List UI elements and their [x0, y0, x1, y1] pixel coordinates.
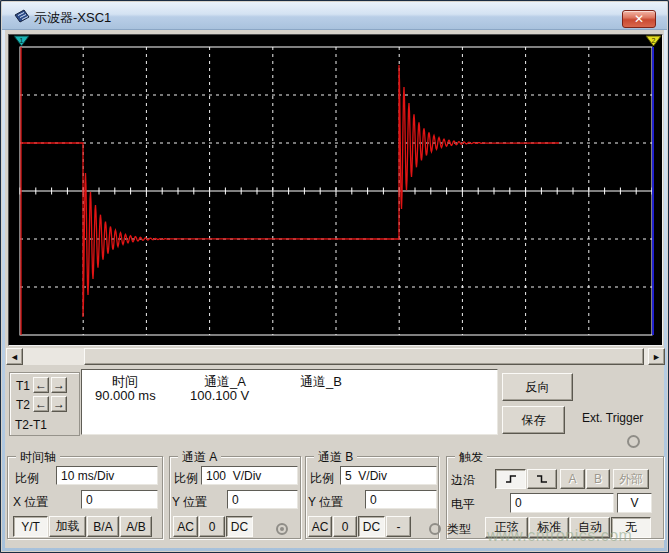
- trigger-a-button[interactable]: A: [560, 469, 585, 489]
- scroll-right-button[interactable]: ►: [648, 348, 665, 365]
- time-scrollbar[interactable]: ◄ ►: [6, 348, 665, 365]
- reverse-button[interactable]: 反向: [502, 373, 573, 401]
- save-button[interactable]: 保存: [502, 406, 565, 434]
- t2-t1-label: T2-T1: [15, 418, 47, 432]
- rising-edge-icon: [504, 473, 518, 485]
- svg-text:1: 1: [20, 37, 24, 44]
- trigger-type-label: 类型: [447, 521, 471, 538]
- t1-right-button[interactable]: →: [51, 377, 67, 393]
- timebase-ab-button[interactable]: A/B: [120, 516, 152, 537]
- trigger-level-input[interactable]: [510, 493, 614, 513]
- title-bar[interactable]: 示波器-XSC1 ✕: [2, 2, 667, 30]
- channel-b-ac-button[interactable]: AC: [308, 516, 332, 537]
- falling-edge-icon: [535, 473, 549, 485]
- trigger-rising-edge-button[interactable]: [495, 469, 526, 489]
- timebase-xpos-input[interactable]: [81, 490, 158, 509]
- window-title: 示波器-XSC1: [34, 9, 111, 27]
- t2-label: T2: [16, 398, 30, 412]
- channel-a-terminal[interactable]: [276, 523, 288, 535]
- channel-a-scale-label: 比例: [174, 470, 198, 487]
- scrollbar-thumb[interactable]: [84, 348, 644, 365]
- channel-b-terminal[interactable]: [429, 523, 441, 535]
- timebase-scale-input[interactable]: [56, 466, 158, 485]
- channel-a-ac-button[interactable]: AC: [173, 516, 198, 537]
- trigger-edge-label: 边沿: [451, 472, 475, 489]
- trigger-title: 触发: [455, 449, 487, 466]
- instrument-icon: [12, 8, 31, 29]
- trigger-type-none-button[interactable]: 无: [611, 517, 651, 538]
- trigger-type-sine-button[interactable]: 正弦: [485, 517, 528, 538]
- channel-a-title: 通道 A: [178, 449, 221, 466]
- channel-a-zero-button[interactable]: 0: [199, 516, 225, 537]
- channel-b-title: 通道 B: [314, 449, 357, 466]
- channel-b-ypos-input[interactable]: [365, 490, 437, 509]
- trigger-type-normal-button[interactable]: 标准: [529, 517, 569, 538]
- t2-right-button[interactable]: →: [51, 396, 67, 412]
- scope-display: 12: [8, 34, 663, 346]
- cursor-control-box: T1 ← → T2 ← → T2-T1: [9, 372, 80, 436]
- timebase-title: 时间轴: [16, 449, 60, 466]
- svg-text:2: 2: [652, 37, 656, 44]
- scroll-left-button[interactable]: ◄: [6, 348, 23, 365]
- channel-b-ypos-label: Y 位置: [308, 494, 343, 511]
- channel-a-dc-button[interactable]: DC: [226, 516, 253, 537]
- channel-b-scale-input[interactable]: [340, 466, 437, 485]
- t1-label: T1: [16, 379, 30, 393]
- trigger-type-auto-button[interactable]: 自动: [570, 517, 610, 538]
- close-button[interactable]: ✕: [622, 10, 656, 28]
- timebase-ba-button[interactable]: B/A: [87, 516, 119, 537]
- channel-a-ypos-label: Y 位置: [172, 494, 207, 511]
- scope-svg: 12: [9, 35, 662, 345]
- channel-a-scale-input[interactable]: [201, 466, 298, 485]
- t1-left-button[interactable]: ←: [33, 377, 49, 393]
- channel-b-zero-button[interactable]: 0: [333, 516, 357, 537]
- timebase-xpos-label: X 位置: [13, 494, 48, 511]
- trigger-b-button[interactable]: B: [586, 469, 610, 489]
- trigger-level-label: 电平: [451, 496, 475, 513]
- t1-time-value: 90.000 ms: [95, 388, 156, 403]
- channel-b-dc-button[interactable]: DC: [358, 516, 385, 537]
- channel-b-minus-button[interactable]: -: [386, 516, 411, 537]
- timebase-add-button[interactable]: 加载: [49, 516, 86, 537]
- t2-left-button[interactable]: ←: [33, 396, 49, 412]
- channel-a-ypos-input[interactable]: [227, 490, 298, 509]
- channel-b-scale-label: 比例: [310, 470, 334, 487]
- ext-trigger-label: Ext. Trigger: [582, 411, 643, 425]
- trigger-falling-edge-button[interactable]: [527, 469, 557, 489]
- oscilloscope-window: 示波器-XSC1 ✕ 12 ◄ ► T1 ← → T2 ← → T2-T1 时间…: [0, 0, 669, 553]
- readout-col-channel-b: 通道_B: [300, 373, 342, 391]
- trigger-level-unit-select[interactable]: V: [617, 493, 652, 513]
- t1-channel-a-value: 100.100 V: [190, 388, 249, 403]
- trigger-ext-button[interactable]: 外部: [613, 469, 649, 489]
- timebase-yt-button[interactable]: Y/T: [13, 516, 48, 537]
- timebase-scale-label: 比例: [15, 470, 39, 487]
- readout-panel: 时间 通道_A 通道_B 90.000 ms 100.100 V: [81, 369, 498, 435]
- ext-trigger-terminal[interactable]: [627, 435, 640, 448]
